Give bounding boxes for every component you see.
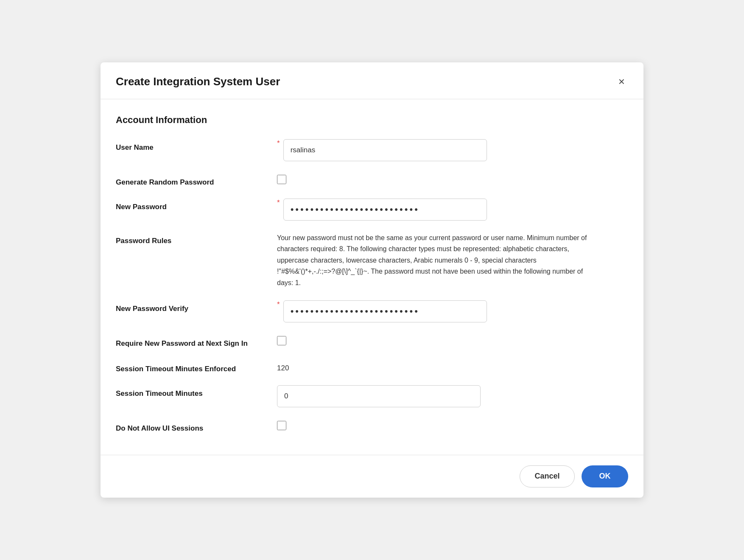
session-timeout-minutes-row: Session Timeout Minutes — [116, 385, 628, 407]
require-new-password-control-wrap — [277, 334, 628, 345]
generate-password-checkbox[interactable] — [277, 175, 286, 184]
new-password-required-star: * — [277, 199, 280, 207]
username-input[interactable] — [283, 139, 487, 161]
new-password-verify-required-star: * — [277, 300, 280, 309]
require-new-password-row: Require New Password at Next Sign In — [116, 334, 628, 348]
username-row: User Name * — [116, 139, 628, 161]
ok-button[interactable]: OK — [582, 465, 628, 487]
do-not-allow-ui-checkbox[interactable] — [277, 421, 286, 430]
generate-password-row: Generate Random Password — [116, 173, 628, 187]
password-rules-text-wrap: Your new password must not be the same a… — [277, 232, 628, 288]
password-rules-row: Password Rules Your new password must no… — [116, 232, 628, 288]
close-button[interactable]: × — [615, 74, 628, 89]
username-control-wrap: * — [277, 139, 628, 161]
dialog-body: Account Information User Name * Generate… — [101, 99, 643, 455]
new-password-verify-label: New Password Verify — [116, 300, 277, 313]
session-timeout-enforced-row: Session Timeout Minutes Enforced 120 — [116, 360, 628, 373]
session-timeout-minutes-label: Session Timeout Minutes — [116, 385, 277, 398]
dialog-footer: Cancel OK — [101, 455, 643, 498]
username-required-star: * — [277, 139, 280, 148]
dialog-title: Create Integration System User — [116, 75, 280, 88]
do-not-allow-ui-control-wrap — [277, 419, 628, 430]
do-not-allow-ui-row: Do Not Allow UI Sessions — [116, 419, 628, 433]
session-timeout-enforced-value-wrap: 120 — [277, 360, 628, 372]
new-password-label: New Password — [116, 199, 277, 211]
new-password-verify-input[interactable] — [283, 300, 487, 322]
new-password-input[interactable] — [283, 199, 487, 221]
require-new-password-label: Require New Password at Next Sign In — [116, 334, 277, 348]
session-timeout-minutes-input[interactable] — [277, 385, 481, 407]
new-password-verify-control-wrap: * — [277, 300, 628, 322]
generate-password-control-wrap — [277, 173, 628, 184]
new-password-verify-row: New Password Verify * — [116, 300, 628, 322]
password-rules-text: Your new password must not be the same a… — [277, 232, 591, 288]
dialog-header: Create Integration System User × — [101, 62, 643, 99]
new-password-row: New Password * — [116, 199, 628, 221]
section-title: Account Information — [116, 115, 628, 126]
password-rules-label: Password Rules — [116, 232, 277, 245]
username-label: User Name — [116, 139, 277, 152]
do-not-allow-ui-label: Do Not Allow UI Sessions — [116, 419, 277, 433]
generate-password-label: Generate Random Password — [116, 173, 277, 187]
session-timeout-enforced-value: 120 — [277, 360, 289, 372]
session-timeout-minutes-control-wrap — [277, 385, 628, 407]
session-timeout-enforced-label: Session Timeout Minutes Enforced — [116, 360, 277, 373]
create-integration-system-user-dialog: Create Integration System User × Account… — [101, 62, 643, 498]
require-new-password-checkbox[interactable] — [277, 336, 286, 345]
cancel-button[interactable]: Cancel — [520, 465, 575, 487]
new-password-control-wrap: * — [277, 199, 628, 221]
